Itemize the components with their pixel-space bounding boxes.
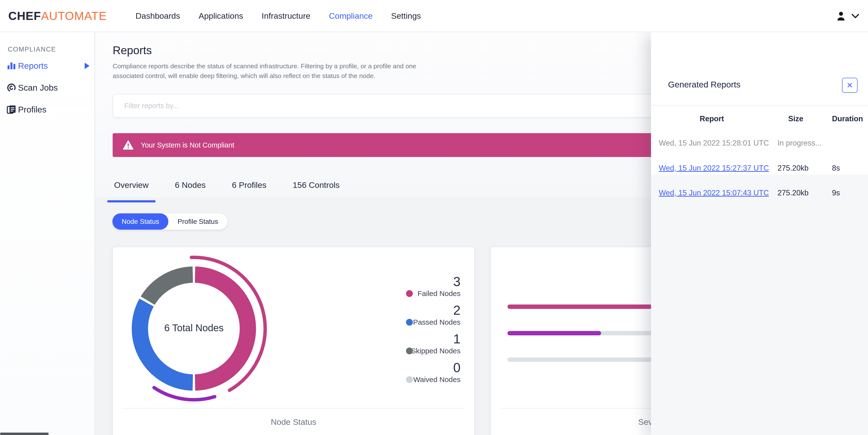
sidebar-item-label: Reports [18, 61, 48, 71]
report-download-link[interactable]: Wed, 15 Jun 2022 15:07:43 UTC [659, 187, 766, 199]
report-size: 275.20kb [777, 162, 833, 174]
table-row: Wed, 15 Jun 2022 15:27:37 UTC 275.20kb 8… [651, 162, 868, 174]
panel-surface [651, 32, 868, 174]
nav-item-dashboards[interactable]: Dashboards [135, 11, 180, 21]
nav-item-applications[interactable]: Applications [198, 11, 243, 21]
user-menu[interactable] [835, 0, 859, 32]
legend-label: Passed Nodes [413, 318, 461, 326]
logo-automate: AUTOMATE [41, 9, 107, 22]
waived-dot-icon [406, 376, 413, 383]
legend-label: Failed Nodes [417, 290, 461, 297]
report-download-link[interactable]: Wed, 15 Jun 2022 15:27:37 UTC [659, 162, 766, 174]
sidebar-item-scan-jobs[interactable]: Scan Jobs [0, 78, 94, 97]
report-duration: 8s [832, 162, 866, 174]
close-panel-button[interactable]: ✕ [842, 78, 858, 93]
report-size: In progress... [777, 137, 833, 149]
node-status-card: 6 Total Nodes 3 Failed Nodes 2 Passed No… [113, 247, 475, 435]
donut-center-label: 6 Total Nodes [149, 323, 239, 333]
chef-automate-logo[interactable]: CHEFAUTOMATE [8, 9, 107, 23]
reports-table-header: Report Size Duration [651, 113, 868, 125]
report-date: Wed, 15 Jun 2022 15:28:01 UTC [659, 137, 766, 149]
page-title: Reports [113, 44, 152, 57]
close-icon: ✕ [846, 81, 853, 90]
chevron-right-icon [85, 63, 90, 69]
chevron-down-icon [851, 13, 859, 19]
sidebar-section-label: COMPLIANCE [8, 46, 94, 53]
sidebar-item-label: Scan Jobs [18, 83, 58, 93]
passed-dot-icon [406, 319, 413, 326]
table-row: Wed, 15 Jun 2022 15:07:43 UTC 275.20kb 9… [651, 187, 868, 199]
panel-title: Generated Reports [668, 80, 741, 90]
tab-controls[interactable]: 156 Controls [291, 177, 341, 202]
page-description: Compliance reports describe the status o… [113, 61, 439, 81]
tab-nodes[interactable]: 6 Nodes [174, 177, 207, 202]
skipped-count: 1 [453, 332, 461, 346]
legend-label: Waived Nodes [413, 375, 461, 383]
tab-overview[interactable]: Overview [113, 177, 150, 202]
skipped-dot-icon [406, 347, 413, 354]
sidebar-item-label: Profiles [18, 105, 46, 114]
legend-item-waived: 0 Waived Nodes [399, 360, 461, 384]
column-duration: Duration [832, 113, 866, 125]
column-report: Report [658, 113, 765, 125]
legend-label: Skipped Nodes [411, 347, 461, 355]
main-nav: Dashboards Applications Infrastructure C… [135, 11, 421, 21]
compliance-sidebar: COMPLIANCE Reports Scan Jobs Profiles [0, 32, 95, 435]
column-size: Size [768, 113, 824, 125]
failed-count: 3 [453, 274, 461, 289]
banner-text: Your System is Not Compliant [141, 141, 234, 149]
scan-target-icon [6, 82, 17, 93]
node-status-toggle[interactable]: Node Status [113, 213, 168, 230]
report-duration: 9s [832, 187, 866, 199]
app-header: CHEFAUTOMATE Dashboards Applications Inf… [0, 0, 868, 32]
legend-item-passed: 2 Passed Nodes [399, 303, 461, 326]
logo-chef: CHEF [8, 9, 41, 22]
failed-dot-icon [406, 290, 413, 297]
node-status-caption: Node Status [113, 417, 474, 427]
sidebar-item-reports[interactable]: Reports [0, 57, 94, 75]
status-toggle: Node Status Profile Status [113, 213, 227, 230]
panel-divider [651, 105, 868, 105]
nav-item-settings[interactable]: Settings [391, 11, 421, 21]
legend-item-failed: 3 Failed Nodes [399, 274, 461, 298]
report-tabs: Overview 6 Nodes 6 Profiles 156 Controls [113, 177, 341, 202]
nav-item-infrastructure[interactable]: Infrastructure [262, 11, 310, 21]
bar-chart-icon [6, 61, 17, 71]
node-status-legend: 3 Failed Nodes 2 Passed Nodes 1 Skipped … [399, 274, 461, 384]
tab-profiles[interactable]: 6 Profiles [230, 177, 268, 202]
chef-automate-app: CHEFAUTOMATE Dashboards Applications Inf… [0, 0, 868, 435]
severity-bar-fill [507, 331, 601, 335]
user-avatar-icon [835, 10, 846, 22]
waived-count: 0 [453, 360, 461, 374]
generated-reports-panel: Generated Reports ✕ Report Size Duration… [651, 32, 868, 435]
passed-count: 2 [453, 303, 461, 317]
table-row: Wed, 15 Jun 2022 15:28:01 UTC In progres… [651, 137, 868, 149]
legend-item-skipped: 1 Skipped Nodes [399, 332, 461, 355]
warning-icon [123, 140, 133, 150]
horizontal-scrollbar-thumb[interactable] [0, 433, 49, 435]
report-size: 275.20kb [777, 187, 833, 199]
profile-status-toggle[interactable]: Profile Status [168, 213, 227, 230]
card-divider [122, 408, 465, 408]
sidebar-item-profiles[interactable]: Profiles [0, 100, 94, 119]
nav-item-compliance[interactable]: Compliance [329, 11, 373, 21]
profiles-docs-icon [6, 104, 17, 115]
